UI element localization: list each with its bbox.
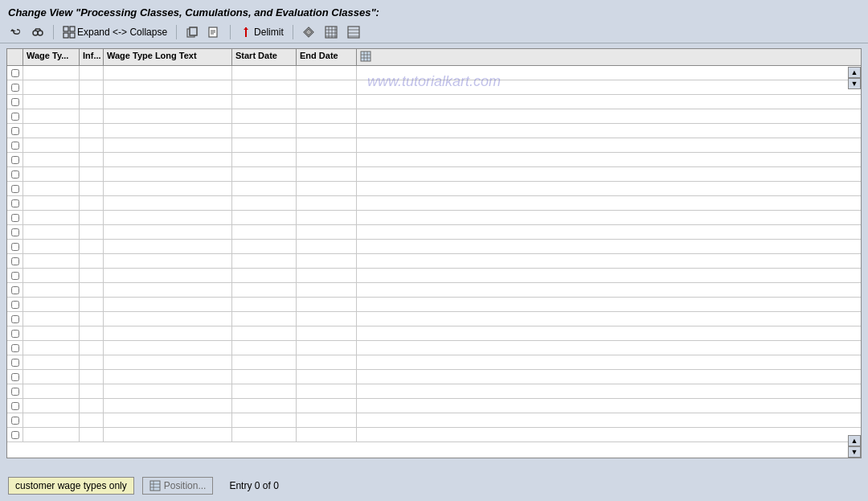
- table-cell: [104, 370, 232, 384]
- table-cell: [297, 211, 357, 224]
- table-row[interactable]: [7, 66, 861, 80]
- table-row[interactable]: [7, 254, 861, 269]
- table-row[interactable]: [7, 341, 861, 355]
- table-row[interactable]: [7, 312, 861, 326]
- scroll-down-bottom-button[interactable]: ▼: [848, 446, 861, 458]
- find-button[interactable]: [29, 25, 47, 39]
- header-settings[interactable]: [357, 49, 375, 65]
- row-checkbox[interactable]: [7, 182, 23, 195]
- table-row[interactable]: [7, 298, 861, 312]
- table-row[interactable]: [7, 225, 861, 240]
- main-window: Change View "Processing Classes, Cumulat…: [0, 0, 868, 501]
- row-checkbox[interactable]: [7, 95, 23, 109]
- scroll-down-button[interactable]: ▼: [848, 78, 861, 89]
- undo-button[interactable]: [6, 25, 24, 39]
- row-checkbox[interactable]: [7, 326, 23, 340]
- row-checkbox[interactable]: [7, 138, 23, 152]
- row-checkbox[interactable]: [7, 225, 23, 239]
- table-row[interactable]: [7, 413, 861, 428]
- table-row[interactable]: [7, 153, 861, 167]
- row-checkbox[interactable]: [7, 399, 23, 413]
- table-cell: [297, 298, 357, 311]
- table-cell: [232, 428, 297, 441]
- row-checkbox[interactable]: [7, 124, 23, 138]
- list-button[interactable]: [345, 25, 362, 39]
- table-cell: [297, 80, 357, 94]
- table-cell: [23, 66, 80, 80]
- table-row[interactable]: [7, 95, 861, 109]
- row-checkbox[interactable]: [7, 153, 23, 166]
- table-cell: [23, 370, 80, 384]
- table-cell: [80, 312, 104, 326]
- delimit-label: Delimit: [254, 27, 284, 38]
- table-cell: [104, 413, 232, 427]
- window-title: Change View "Processing Classes, Cumulat…: [0, 0, 868, 22]
- row-checkbox[interactable]: [7, 211, 23, 224]
- list-icon: [347, 26, 360, 39]
- row-checkbox[interactable]: [7, 413, 23, 427]
- expand-collapse-button[interactable]: Expand <-> Collapse: [60, 25, 170, 39]
- table-cell: [23, 413, 80, 427]
- table-row[interactable]: [7, 138, 861, 153]
- table-cell: [80, 370, 104, 384]
- scroll-up-button[interactable]: ▲: [848, 67, 861, 78]
- table-row[interactable]: [7, 80, 861, 95]
- row-checkbox[interactable]: [7, 370, 23, 384]
- table-row[interactable]: [7, 196, 861, 211]
- table-cell: [232, 312, 297, 326]
- table-cell: [104, 124, 232, 138]
- table-row[interactable]: [7, 384, 861, 399]
- grid-button[interactable]: [322, 25, 340, 39]
- diamond-button[interactable]: [300, 25, 317, 39]
- table-row[interactable]: [7, 283, 861, 298]
- position-button[interactable]: Position...: [142, 477, 214, 495]
- scroll-arrows-top: ▲ ▼: [848, 67, 861, 89]
- row-checkbox[interactable]: [7, 355, 23, 369]
- table-cell: [297, 138, 357, 152]
- table-row[interactable]: [7, 355, 861, 370]
- scroll-up-bottom-button[interactable]: ▲: [848, 435, 861, 446]
- row-checkbox[interactable]: [7, 167, 23, 181]
- row-checkbox[interactable]: [7, 66, 23, 80]
- table-row[interactable]: [7, 399, 861, 413]
- table-cell: [23, 167, 80, 181]
- row-checkbox[interactable]: [7, 384, 23, 398]
- row-checkbox[interactable]: [7, 80, 23, 94]
- table-cell: [297, 109, 357, 123]
- delimit-button[interactable]: Delimit: [237, 25, 286, 39]
- row-checkbox[interactable]: [7, 298, 23, 311]
- table-row[interactable]: [7, 211, 861, 225]
- undo-icon: [9, 26, 22, 39]
- header-wagelong: Wage Type Long Text: [104, 49, 232, 65]
- copy2-button[interactable]: [206, 25, 223, 39]
- row-checkbox[interactable]: [7, 196, 23, 210]
- table-cell: [23, 211, 80, 224]
- copy-button[interactable]: [183, 25, 201, 39]
- row-checkbox[interactable]: [7, 240, 23, 253]
- row-checkbox[interactable]: [7, 312, 23, 326]
- table-row[interactable]: [7, 182, 861, 196]
- table-cell: [80, 167, 104, 181]
- table-cell: [104, 254, 232, 268]
- diamond-icon: [302, 26, 315, 39]
- table-row[interactable]: [7, 124, 861, 138]
- table-row[interactable]: [7, 109, 861, 124]
- table-row[interactable]: [7, 428, 861, 442]
- row-checkbox[interactable]: [7, 254, 23, 268]
- table-cell: [232, 384, 297, 398]
- row-checkbox[interactable]: [7, 341, 23, 355]
- table-row[interactable]: [7, 167, 861, 182]
- table-cell: [104, 182, 232, 195]
- row-checkbox[interactable]: [7, 428, 23, 441]
- table-row[interactable]: [7, 370, 861, 384]
- table-row[interactable]: [7, 326, 861, 341]
- table-cell: [23, 269, 80, 282]
- customer-wage-types-button[interactable]: customer wage types only: [8, 477, 134, 495]
- table-cell: [23, 240, 80, 253]
- row-checkbox[interactable]: [7, 109, 23, 123]
- table-row[interactable]: [7, 269, 861, 283]
- table-cell: [104, 428, 232, 441]
- row-checkbox[interactable]: [7, 283, 23, 297]
- table-row[interactable]: [7, 240, 861, 254]
- row-checkbox[interactable]: [7, 269, 23, 282]
